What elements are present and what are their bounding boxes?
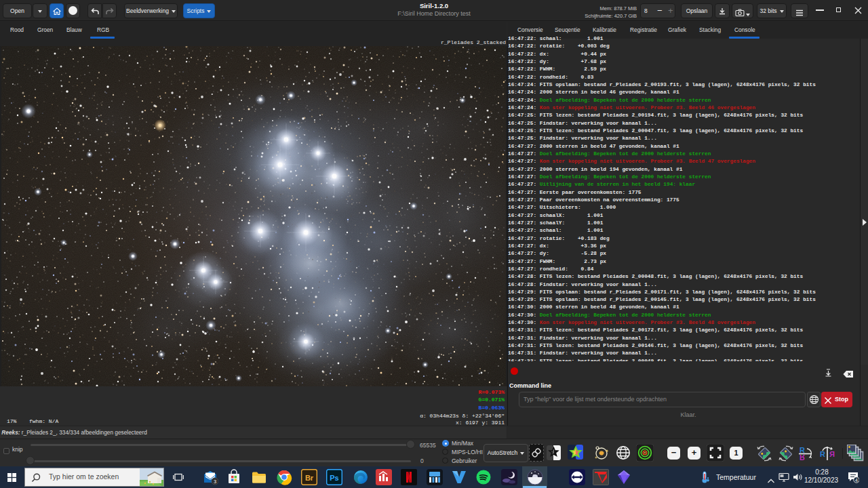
svg-text:R: R <box>829 450 835 458</box>
svg-text:R: R <box>800 446 805 454</box>
svg-text:Ps: Ps <box>330 474 338 482</box>
svg-text:4: 4 <box>855 478 858 483</box>
svg-text:3: 3 <box>214 479 216 485</box>
svg-text:Br: Br <box>305 474 314 482</box>
svg-text:R: R <box>820 450 825 458</box>
